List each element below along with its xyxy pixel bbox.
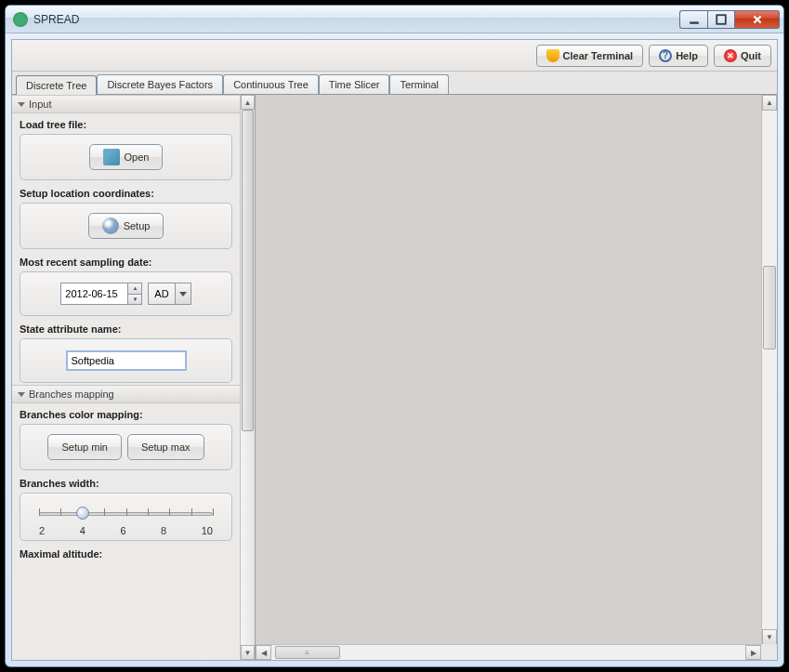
app-window: SPREAD Clear Terminal ? Help ✕ Quit Disc… <box>5 5 784 667</box>
right-vertical-scrollbar[interactable]: ▲ ▼ <box>761 95 777 645</box>
date-spinner[interactable]: ▲ ▼ <box>60 283 142 305</box>
right-canvas[interactable] <box>256 95 777 660</box>
main-split: Input Load tree file: Open Setup locatio… <box>12 95 777 660</box>
section-branches-header[interactable]: Branches mapping <box>12 385 240 403</box>
titlebar[interactable]: SPREAD <box>6 6 783 33</box>
window-title: SPREAD <box>33 13 679 26</box>
scroll-left-button[interactable]: ◀ <box>256 645 271 660</box>
toolbar: Clear Terminal ? Help ✕ Quit <box>12 40 777 72</box>
svg-rect-0 <box>690 21 699 23</box>
content-area: Clear Terminal ? Help ✕ Quit Discrete Tr… <box>11 39 778 661</box>
collapse-icon <box>18 102 25 107</box>
branches-width-slider[interactable]: 2 4 6 8 10 <box>32 501 220 536</box>
app-icon <box>13 12 28 27</box>
era-value: AD <box>148 283 174 305</box>
close-button[interactable] <box>735 10 780 29</box>
tab-discrete-tree[interactable]: Discrete Tree <box>16 75 97 95</box>
era-combo[interactable]: AD <box>148 283 191 305</box>
scroll-down-button[interactable]: ▼ <box>241 645 255 660</box>
branches-width-label: Branches width: <box>20 478 232 489</box>
state-attribute-label: State attribute name: <box>20 323 232 335</box>
right-panel: ▲ ▼ ◀ ≡ ▶ <box>256 95 777 660</box>
setup-button[interactable]: Setup <box>88 213 164 239</box>
load-tree-label: Load tree file: <box>20 119 232 130</box>
scroll-thumb[interactable]: ≡ <box>275 646 340 659</box>
field-setup-location: Setup location coordinates: Setup <box>12 182 240 251</box>
section-input-title: Input <box>29 99 51 110</box>
scroll-thumb[interactable] <box>763 266 776 349</box>
slider-tick-label: 10 <box>202 525 213 536</box>
window-controls <box>679 10 780 29</box>
left-scroll-area: Input Load tree file: Open Setup locatio… <box>12 95 240 660</box>
setup-min-button[interactable]: Setup min <box>47 434 122 460</box>
tab-bar: Discrete Tree Discrete Bayes Factors Con… <box>12 72 777 95</box>
tab-continuous-tree[interactable]: Continuous Tree <box>223 74 319 94</box>
chevron-down-icon <box>179 292 187 296</box>
scrollbar-corner <box>761 644 777 660</box>
field-maximal-altitude: Maximal altitude: <box>12 543 240 565</box>
date-spinner-up[interactable]: ▲ <box>127 283 142 294</box>
maximize-button[interactable] <box>707 10 735 29</box>
section-branches-title: Branches mapping <box>29 389 114 400</box>
quit-button[interactable]: ✕ Quit <box>714 45 771 67</box>
field-sampling-date: Most recent sampling date: ▲ ▼ <box>12 251 240 318</box>
scroll-up-button[interactable]: ▲ <box>762 95 777 111</box>
date-spinner-down[interactable]: ▼ <box>127 294 142 306</box>
quit-icon: ✕ <box>724 49 737 62</box>
help-label: Help <box>676 50 698 61</box>
maximal-altitude-label: Maximal altitude: <box>20 548 232 560</box>
era-dropdown-button[interactable] <box>175 283 191 305</box>
scroll-down-button[interactable]: ▼ <box>762 629 777 645</box>
slider-tick-label: 2 <box>39 525 45 536</box>
field-branches-color: Branches color mapping: Setup min Setup … <box>12 403 240 472</box>
tab-terminal[interactable]: Terminal <box>389 74 449 94</box>
scroll-right-button[interactable]: ▶ <box>745 645 761 660</box>
field-branches-width: Branches width: <box>12 472 240 543</box>
tab-time-slicer[interactable]: Time Slicer <box>319 74 390 94</box>
help-icon: ? <box>659 49 672 62</box>
globe-icon <box>102 217 119 234</box>
clear-terminal-label: Clear Terminal <box>563 50 634 61</box>
left-panel: Input Load tree file: Open Setup locatio… <box>12 95 256 660</box>
left-scrollbar[interactable]: ▲ ▼ <box>240 95 255 660</box>
date-input[interactable] <box>60 283 127 305</box>
section-input-header[interactable]: Input <box>12 95 240 113</box>
scroll-thumb[interactable] <box>242 110 254 431</box>
slider-tick-label: 6 <box>120 525 125 536</box>
sampling-date-label: Most recent sampling date: <box>20 257 232 268</box>
scroll-up-button[interactable]: ▲ <box>241 95 255 110</box>
slider-thumb[interactable] <box>76 507 89 520</box>
field-load-tree: Load tree file: Open <box>12 113 240 182</box>
field-state-attribute: State attribute name: <box>12 318 240 385</box>
tab-discrete-bayes-factors[interactable]: Discrete Bayes Factors <box>97 74 223 94</box>
setup-location-label: Setup location coordinates: <box>20 188 232 199</box>
clear-terminal-button[interactable]: Clear Terminal <box>536 45 644 67</box>
minimize-button[interactable] <box>679 10 707 29</box>
slider-tick-label: 8 <box>161 525 166 536</box>
open-button[interactable]: Open <box>89 144 164 170</box>
branches-color-label: Branches color mapping: <box>20 409 232 420</box>
quit-label: Quit <box>741 50 761 61</box>
right-horizontal-scrollbar[interactable]: ◀ ≡ ▶ <box>256 644 761 660</box>
state-attribute-input[interactable] <box>66 350 187 371</box>
svg-rect-1 <box>717 15 726 24</box>
setup-max-button[interactable]: Setup max <box>127 434 204 460</box>
broom-icon <box>546 49 559 62</box>
help-button[interactable]: ? Help <box>649 45 708 67</box>
file-open-icon <box>103 149 120 165</box>
collapse-icon <box>18 392 25 397</box>
slider-tick-label: 4 <box>80 525 85 536</box>
